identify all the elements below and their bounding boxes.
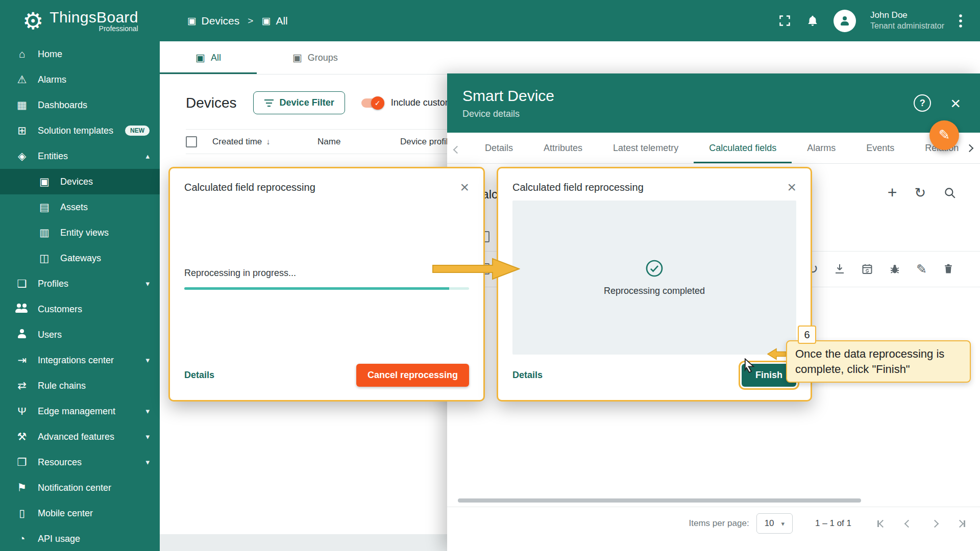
notifications-bell-icon[interactable] xyxy=(806,14,819,28)
details-link[interactable]: Details xyxy=(184,370,214,381)
details-link[interactable]: Details xyxy=(512,370,543,381)
column-name[interactable]: Name xyxy=(317,137,400,147)
dashboards-icon: ▦ xyxy=(15,99,29,111)
advanced-features-icon: ⚒ xyxy=(15,431,29,443)
include-customers-toggle[interactable]: ✓ xyxy=(361,98,383,108)
person-icon xyxy=(839,16,850,26)
calendar-sync-icon[interactable] xyxy=(861,263,873,275)
download-icon[interactable] xyxy=(834,263,846,275)
drawer-title: Smart Device xyxy=(462,87,980,105)
sidebar-item-resources[interactable]: ❐ Resources ▾ xyxy=(0,449,160,475)
close-icon[interactable]: × xyxy=(950,94,961,112)
header-actions: John Doe Tenant administrator xyxy=(778,10,980,32)
edit-pencil-icon[interactable]: ✎ xyxy=(916,262,927,277)
pagination-range: 1 – 1 of 1 xyxy=(815,518,851,529)
sidebar-item-entity-views[interactable]: ▥ Entity views xyxy=(0,220,160,245)
sidebar-item-notification-center[interactable]: ⚑ Notification center xyxy=(0,475,160,500)
tab-calculated-fields[interactable]: Calculated fields xyxy=(694,133,792,163)
debug-bug-icon[interactable] xyxy=(889,263,901,275)
sidebar-item-profiles[interactable]: ❑ Profiles ▾ xyxy=(0,271,160,296)
delete-trash-icon[interactable] xyxy=(942,263,954,275)
tab-all[interactable]: ▣ All xyxy=(160,41,257,74)
breadcrumb-devices[interactable]: ▣ Devices xyxy=(187,15,240,27)
close-icon[interactable]: × xyxy=(460,182,469,193)
sidebar-item-alarms[interactable]: ⚠ Alarms xyxy=(0,67,160,92)
pagination-bar: Items per page: 10 ▾ 1 – 1 of 1 xyxy=(447,507,980,540)
sidebar-item-label: Solution templates xyxy=(38,126,116,136)
chevron-down-icon: ▾ xyxy=(145,279,150,288)
tab-groups[interactable]: ▣ Groups xyxy=(257,41,374,74)
edit-pencil-icon: ✎ xyxy=(939,127,950,143)
entity-group-tabs: ▣ All ▣ Groups xyxy=(160,41,980,74)
sidebar-item-dashboards[interactable]: ▦ Dashboards xyxy=(0,92,160,118)
sidebar-item-customers[interactable]: Customers xyxy=(0,296,160,322)
breadcrumb-devices-label: Devices xyxy=(202,15,240,27)
app-logo[interactable]: ⚙ ThingsBoard Professional xyxy=(0,9,138,33)
prev-page-icon[interactable] xyxy=(897,513,919,534)
customers-icon xyxy=(15,303,29,316)
sidebar-item-mobile-center[interactable]: ▯ Mobile center xyxy=(0,500,160,526)
sidebar-item-home[interactable]: ⌂ Home xyxy=(0,41,160,67)
tutorial-arrow xyxy=(432,258,520,282)
sidebar-item-integrations-center[interactable]: ⇥ Integrations center ▾ xyxy=(0,347,160,373)
progress-bar-fill xyxy=(184,287,449,290)
sidebar-item-label: API usage xyxy=(38,534,150,544)
sidebar-item-assets[interactable]: ▤ Assets xyxy=(0,194,160,220)
next-page-icon[interactable] xyxy=(924,513,945,534)
thingsboard-app: ⚙ ThingsBoard Professional ▣ Devices > ▣… xyxy=(0,0,980,551)
entities-icon: ◈ xyxy=(15,150,29,162)
sidebar-item-api-usage[interactable]: ◔ API usage xyxy=(0,526,160,551)
close-icon[interactable]: × xyxy=(787,182,796,193)
integrations-icon: ⇥ xyxy=(15,354,29,366)
sort-desc-icon: ↓ xyxy=(266,137,270,146)
device-filter-button[interactable]: Device Filter xyxy=(253,91,345,114)
column-created-time[interactable]: Created time ↓ xyxy=(212,137,317,147)
search-icon[interactable] xyxy=(943,186,957,199)
breadcrumb-all-label: All xyxy=(276,15,287,27)
tab-details[interactable]: Details xyxy=(470,133,528,163)
reprocessing-progress-dialog: Calculated field reprocessing × Reproces… xyxy=(168,167,485,402)
sidebar-item-users[interactable]: Users xyxy=(0,322,160,347)
devices-icon: ▣ xyxy=(187,15,197,27)
more-vert-icon[interactable] xyxy=(959,13,963,29)
cancel-reprocessing-button[interactable]: Cancel reprocessing xyxy=(356,364,469,387)
home-icon: ⌂ xyxy=(15,48,29,60)
first-page-icon[interactable] xyxy=(871,513,892,534)
sidebar-item-entities[interactable]: ◈ Entities ▴ xyxy=(0,143,160,169)
items-per-page-select[interactable]: 10 ▾ xyxy=(756,513,793,534)
user-avatar[interactable] xyxy=(834,10,856,32)
tab-alarms[interactable]: Alarms xyxy=(792,133,851,163)
horizontal-scrollbar[interactable] xyxy=(458,498,861,503)
sidebar-item-label: Rule chains xyxy=(38,381,150,391)
last-page-icon[interactable] xyxy=(950,513,972,534)
sidebar-item-label: Notification center xyxy=(38,483,150,493)
tab-events[interactable]: Events xyxy=(851,133,910,163)
logo-gear-icon: ⚙ xyxy=(22,9,43,33)
tab-attributes[interactable]: Attributes xyxy=(528,133,598,163)
sidebar-item-solution-templates[interactable]: ⊞ Solution templates NEW xyxy=(0,118,160,143)
row-actions: ↻ ✎ xyxy=(806,262,980,277)
check-icon: ✓ xyxy=(375,99,381,107)
profiles-icon: ❑ xyxy=(15,278,29,290)
sidebar-item-devices[interactable]: ▣ Devices xyxy=(0,169,160,194)
filter-button-label: Device Filter xyxy=(280,97,334,108)
sidebar-item-edge-management[interactable]: Ψ Edge management ▾ xyxy=(0,398,160,424)
select-all-checkbox[interactable] xyxy=(186,136,197,147)
refresh-icon[interactable]: ↻ xyxy=(914,187,926,199)
edit-fab-button[interactable]: ✎ xyxy=(929,120,959,150)
sidebar-item-advanced-features[interactable]: ⚒ Advanced features ▾ xyxy=(0,424,160,449)
sidebar-item-gateways[interactable]: ◫ Gateways xyxy=(0,245,160,271)
breadcrumb-all[interactable]: ▣ All xyxy=(261,15,287,27)
sidebar-item-rule-chains[interactable]: ⇄ Rule chains xyxy=(0,373,160,398)
fullscreen-icon[interactable] xyxy=(778,14,792,28)
help-icon[interactable]: ? xyxy=(914,94,931,112)
tab-scroll-left-icon[interactable] xyxy=(454,145,460,155)
tab-latest-telemetry[interactable]: Latest telemetry xyxy=(598,133,694,163)
dialog-title: Calculated field reprocessing xyxy=(184,182,315,193)
solution-templates-icon: ⊞ xyxy=(15,124,29,137)
entity-views-icon: ▥ xyxy=(38,227,51,239)
filter-icon xyxy=(264,99,274,107)
tab-scroll-right-icon[interactable] xyxy=(959,133,980,163)
add-icon[interactable]: + xyxy=(888,186,897,199)
rule-chains-icon: ⇄ xyxy=(15,380,29,392)
